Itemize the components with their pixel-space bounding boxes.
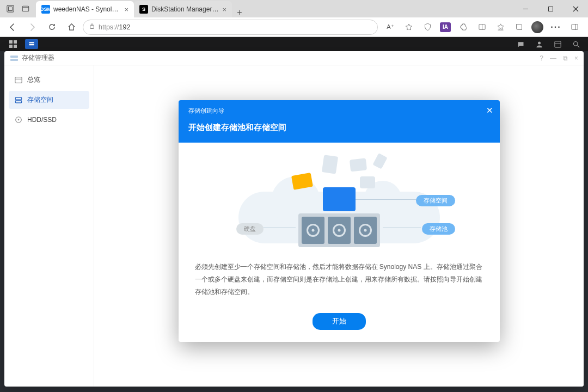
sidebar-label: 总览 [27,75,40,84]
modal-body: 存储空间 存储池 硬盘 必须先创建至少一个存储空间和存储池，然后才能将数据存储在… [179,143,500,303]
dsm-user-icon[interactable] [532,39,546,49]
split-icon[interactable] [476,21,488,33]
lock-icon [89,23,95,31]
disk-tag: 硬盘 [236,223,264,235]
dsm-taskbar-app-icon[interactable] [25,39,38,49]
pool-tag: 存储池 [422,223,455,235]
sidebar-label: HDD/SSD [27,116,57,124]
favorite-icon[interactable] [403,21,415,33]
svg-rect-30 [15,100,21,102]
dsm-main-menu-icon[interactable] [7,39,20,49]
sidebar-item-hdd-ssd[interactable]: HDD/SSD [9,111,89,128]
browser-tab-inactive[interactable]: S DiskStation Manager 7.2 | 群晖 × [134,1,232,17]
maximize-button[interactable] [538,0,563,17]
favicon-dsm: DSM [41,5,50,14]
dsm-desktop: 存储管理器 ? — ⧉ × 总览 存储空间 HDD/SSD [0,37,588,392]
ia-badge-icon[interactable]: IA [440,22,451,32]
modal-footer: 开始 [179,303,500,342]
start-button[interactable]: 开始 [313,313,366,330]
hdd-icon [328,217,351,244]
dsm-chat-icon[interactable] [514,39,527,49]
document-icon [321,155,338,174]
dsm-widgets-icon[interactable] [551,39,564,49]
svg-rect-21 [554,41,560,47]
svg-line-24 [577,45,579,47]
extensions-icon[interactable] [457,21,469,33]
maximize-icon[interactable]: ⧉ [563,54,568,62]
svg-rect-27 [15,77,22,83]
collections-icon[interactable] [513,21,525,33]
browser-tab-active[interactable]: DSM weedenNAS - Synology NAS × [36,1,134,17]
hdd-icon [302,217,324,244]
window-controls [513,0,588,17]
modal-illustration: 存储空间 存储池 硬盘 [195,152,483,253]
svg-rect-8 [90,26,94,28]
minimize-button[interactable] [513,0,538,17]
address-bar: https://192 A⁺ IA ··· [0,17,588,37]
overview-icon [14,76,23,84]
tag-icon [372,153,387,169]
tab-title: DiskStation Manager 7.2 | 群晖 [151,5,219,14]
sidebar-toggle-icon[interactable] [568,21,580,33]
close-icon[interactable]: × [574,54,578,62]
video-icon [360,176,375,188]
disk-icon [14,115,23,124]
modal-close-button[interactable]: ✕ [486,106,493,115]
more-icon[interactable]: ··· [550,21,562,33]
favicon-synology: S [139,5,148,14]
svg-rect-26 [10,59,18,61]
svg-rect-2 [22,6,28,11]
tab-close-icon[interactable]: × [222,5,226,14]
minimize-icon[interactable]: — [550,54,556,62]
svg-rect-0 [7,5,14,12]
app-sidebar: 总览 存储空间 HDD/SSD [4,65,94,387]
sidebar-label: 存储空间 [27,95,53,105]
svg-point-32 [18,119,20,121]
new-tab-button[interactable]: + [232,8,247,17]
browser-titlebar: DSM weedenNAS - Synology NAS × S DiskSta… [0,0,588,17]
refresh-button[interactable] [44,20,60,35]
svg-rect-18 [29,42,34,43]
watermark: 值 什么值得买 [520,373,579,385]
sidebar-item-overview[interactable]: 总览 [9,71,89,89]
watermark-logo: 值 [520,373,532,385]
svg-rect-14 [9,40,13,44]
help-icon[interactable]: ? [540,54,543,62]
connector-line [383,228,421,228]
svg-point-20 [538,41,541,44]
forward-button[interactable] [24,20,40,35]
svg-rect-19 [29,44,34,45]
tab-overview-icon[interactable] [22,5,29,13]
reading-mode-icon[interactable]: A⁺ [384,21,396,33]
app-title: 存储管理器 [22,53,54,63]
shield-icon[interactable] [421,21,433,33]
svg-rect-16 [9,45,13,48]
svg-rect-29 [15,97,21,100]
tab-actions-icon[interactable] [7,5,14,13]
dsm-search-icon[interactable] [569,39,583,49]
connector-line [356,199,421,200]
app-window-actions: ? — ⧉ × [540,54,578,62]
back-button[interactable] [4,20,21,35]
modal-header: 存储创建向导 开始创建存储池和存储空间 ✕ [179,100,500,143]
storage-manager-window: 存储管理器 ? — ⧉ × 总览 存储空间 HDD/SSD [4,51,584,387]
browser-tabs: DSM weedenNAS - Synology NAS × S DiskSta… [36,0,513,17]
tab-close-icon[interactable]: × [124,5,128,14]
home-button[interactable] [63,20,79,35]
svg-point-23 [573,41,578,46]
volume-block-icon [323,187,356,211]
sidebar-item-volume[interactable]: 存储空间 [9,91,89,109]
hdd-row [298,213,380,247]
profile-avatar[interactable] [531,21,543,33]
close-button[interactable] [563,0,588,17]
folder-icon [291,173,313,190]
url-input[interactable]: https://192 [83,20,378,35]
app-titlebar[interactable]: 存储管理器 ? — ⧉ × [4,51,584,65]
storage-wizard-modal: 存储创建向导 开始创建存储池和存储空间 ✕ [179,100,500,342]
app-main: 存储创建向导 开始创建存储池和存储空间 ✕ [94,65,584,387]
svg-rect-15 [14,40,17,44]
titlebar-left [0,0,36,17]
modal-title: 开始创建存储池和存储空间 [188,122,490,133]
image-icon [349,158,366,171]
favorites-bar-icon[interactable] [494,21,506,33]
